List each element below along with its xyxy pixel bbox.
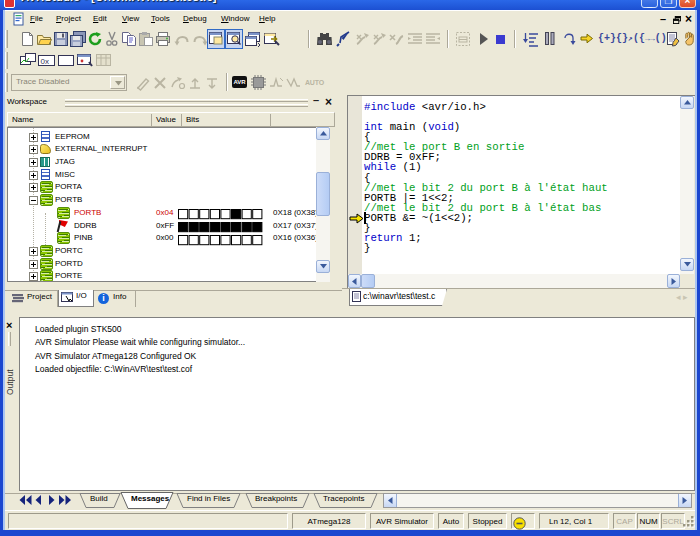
svg-text:0x: 0x — [41, 57, 49, 66]
